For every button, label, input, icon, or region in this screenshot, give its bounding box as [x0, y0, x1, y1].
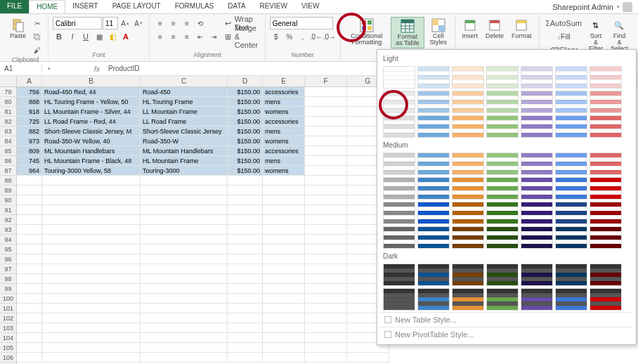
cell[interactable] — [228, 254, 263, 264]
cell[interactable]: ML Mountain Handlebars — [42, 146, 141, 156]
cell[interactable] — [17, 323, 42, 333]
row-header[interactable]: 85 — [0, 146, 16, 156]
cell[interactable] — [305, 146, 347, 156]
row-header[interactable]: 105 — [0, 343, 16, 353]
tab-home[interactable]: HOME — [29, 0, 65, 13]
cell[interactable] — [17, 294, 42, 304]
col-header-A[interactable]: A — [17, 76, 42, 86]
cell[interactable] — [305, 195, 347, 205]
indent-dec-button[interactable]: ⇤ — [194, 30, 207, 43]
cell[interactable]: LL Road Frame — [141, 117, 228, 126]
table-style-swatch[interactable] — [417, 264, 450, 286]
col-header-E[interactable]: E — [263, 76, 305, 86]
row-header[interactable]: 84 — [0, 136, 16, 146]
grow-font-button[interactable]: A▴ — [119, 17, 131, 30]
cell[interactable]: Touring-3000 — [141, 166, 228, 176]
cell[interactable]: $150.00 — [228, 117, 263, 126]
cell[interactable] — [305, 156, 347, 166]
cell[interactable]: $150.00 — [228, 136, 263, 146]
cell[interactable]: HL Mountain Frame — [141, 156, 228, 166]
cell[interactable] — [305, 245, 347, 254]
cell[interactable] — [305, 166, 347, 176]
cell[interactable] — [263, 245, 305, 254]
cell[interactable] — [17, 343, 42, 353]
cell[interactable] — [42, 186, 141, 195]
sort-filter-button[interactable]: ⇅Sort & Filter — [586, 17, 606, 53]
table-style-swatch[interactable] — [383, 264, 415, 286]
cell[interactable] — [17, 205, 42, 215]
cell[interactable] — [305, 304, 347, 313]
name-box[interactable]: A1 — [0, 65, 42, 72]
cell[interactable]: Short-Sleeve Classic Jersey, M — [42, 126, 141, 136]
account-menu[interactable]: Sharepoint Admin▾ — [547, 0, 638, 13]
table-style-swatch[interactable] — [486, 264, 519, 286]
cell[interactable] — [305, 176, 347, 186]
fx-icon[interactable]: fx — [90, 65, 104, 73]
table-style-swatch[interactable] — [590, 202, 622, 224]
cell[interactable] — [141, 304, 228, 313]
cell[interactable]: Road-450 — [141, 87, 228, 97]
table-style-swatch[interactable] — [417, 177, 450, 200]
cell[interactable] — [42, 333, 141, 343]
row-header[interactable]: 86 — [0, 156, 16, 166]
cell[interactable] — [42, 304, 141, 313]
cell[interactable] — [305, 87, 347, 97]
conditional-formatting-button[interactable]: Conditional Formatting — [345, 17, 389, 47]
cell[interactable] — [42, 195, 141, 205]
table-style-swatch[interactable] — [486, 177, 519, 200]
cell[interactable] — [305, 353, 347, 363]
cell[interactable] — [141, 245, 228, 254]
table-style-swatch[interactable] — [486, 202, 519, 224]
cell[interactable]: accessories — [263, 146, 305, 156]
cell[interactable]: 888 — [17, 97, 42, 107]
cell[interactable] — [17, 186, 42, 195]
row-header[interactable]: 89 — [0, 186, 16, 195]
format-as-table-button[interactable]: Format as Table — [391, 17, 424, 48]
number-format-select[interactable]: General — [270, 17, 333, 30]
cell[interactable] — [42, 215, 141, 225]
table-style-swatch[interactable] — [521, 177, 553, 200]
cell[interactable] — [228, 235, 263, 245]
table-style-swatch[interactable] — [486, 152, 519, 175]
percent-button[interactable]: % — [283, 30, 296, 43]
align-bot-button[interactable]: ≡ — [181, 17, 193, 30]
cell[interactable] — [228, 284, 263, 294]
row-header[interactable]: 90 — [0, 195, 16, 205]
row-header[interactable]: 97 — [0, 264, 16, 274]
row-header[interactable]: 95 — [0, 245, 16, 254]
cell[interactable] — [228, 215, 263, 225]
row-header[interactable]: 102 — [0, 313, 16, 323]
cell[interactable]: womens — [263, 107, 305, 117]
border-button[interactable]: ▦ — [93, 30, 105, 43]
cell[interactable]: $150.00 — [228, 146, 263, 156]
dec-decimal-button[interactable]: .0→ — [323, 30, 336, 43]
cell[interactable] — [305, 235, 347, 245]
fill-color-button[interactable]: ◧ — [106, 30, 119, 43]
cell[interactable]: 964 — [17, 166, 42, 176]
cell[interactable]: accessories — [263, 87, 305, 97]
row-header[interactable]: 96 — [0, 254, 16, 264]
table-style-swatch[interactable] — [417, 115, 450, 138]
table-style-swatch[interactable] — [486, 226, 519, 249]
cell[interactable] — [305, 284, 347, 294]
currency-button[interactable]: $ — [270, 30, 282, 43]
table-style-swatch[interactable] — [383, 177, 415, 200]
cell[interactable] — [228, 274, 263, 284]
cell[interactable] — [228, 333, 263, 343]
underline-button[interactable]: U — [79, 30, 92, 43]
table-style-swatch[interactable] — [521, 264, 553, 286]
align-mid-button[interactable]: ≡ — [167, 17, 180, 30]
cell[interactable] — [42, 274, 141, 284]
cell[interactable]: accessories — [263, 117, 305, 126]
cell[interactable] — [263, 333, 305, 343]
cell[interactable] — [17, 176, 42, 186]
cell[interactable]: mens — [263, 126, 305, 136]
cell[interactable] — [305, 313, 347, 323]
cell[interactable] — [17, 264, 42, 274]
cell[interactable]: $150.00 — [228, 87, 263, 97]
cell[interactable] — [228, 225, 263, 235]
cell[interactable]: womens — [263, 136, 305, 146]
cell[interactable] — [228, 313, 263, 323]
cell[interactable] — [141, 343, 228, 353]
cell[interactable]: LL Road Frame - Red, 44 — [42, 117, 141, 126]
